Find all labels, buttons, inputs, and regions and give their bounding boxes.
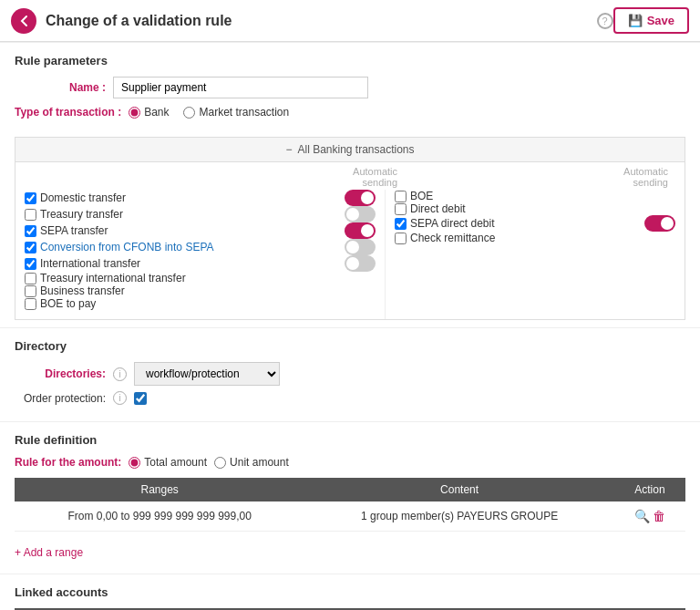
directory-section: Directory Directories: i workflow/protec… [0, 328, 700, 421]
add-range-link[interactable]: + Add a range [15, 546, 83, 559]
business-transfer-checkbox[interactable] [25, 285, 36, 297]
treasury-transfer-label: Treasury transfer [40, 208, 123, 221]
unit-amount-radio[interactable] [214, 457, 226, 469]
boe-label: BOE [410, 190, 433, 202]
directory-title: Directory [15, 339, 685, 353]
save-icon: 💾 [628, 14, 643, 27]
domestic-transfer-toggle[interactable] [345, 190, 376, 206]
linked-accounts-section: Linked accounts Owner Accounts Action 🔍 [0, 574, 700, 610]
ranges-col-header: Ranges [15, 478, 304, 501]
page-title: Change of a validation rule [46, 13, 590, 29]
content-cell: 1 group member(s) PAYEURS GROUPE [304, 501, 614, 532]
banking-inner: Domestic transfer Treasury transfer [15, 190, 685, 319]
direct-debit-label: Direct debit [410, 202, 466, 215]
sepa-transfer-toggle[interactable] [345, 222, 376, 239]
treasury-transfer-toggle[interactable] [345, 206, 376, 222]
total-amount-radio[interactable] [129, 457, 140, 469]
help-icon[interactable]: ? [597, 13, 613, 29]
transaction-type-radio-group: Bank Market transaction [129, 106, 289, 119]
treasury-intl-label: Treasury international transfer [40, 272, 186, 284]
order-protection-checkbox[interactable] [134, 392, 147, 405]
boe-to-pay-checkbox[interactable] [25, 298, 36, 310]
sepa-direct-debit-toggle[interactable] [644, 215, 675, 232]
table-row: From 0,00 to 999 999 999 999 999,00 1 gr… [15, 501, 685, 532]
domestic-transfer-checkbox[interactable] [25, 192, 36, 204]
transaction-row: Treasury transfer [25, 206, 376, 222]
rule-definition-title: Rule definition [15, 433, 685, 447]
transaction-type-row: Type of transaction : Bank Market transa… [15, 106, 685, 119]
order-protection-info-icon[interactable]: i [113, 391, 127, 405]
directory-select[interactable]: workflow/protection [134, 362, 280, 386]
check-remittance-label: Check remittance [410, 232, 495, 244]
market-transaction-radio-label: Market transaction [199, 106, 289, 119]
intl-transfer-checkbox[interactable] [25, 258, 36, 270]
collapse-icon[interactable]: − [285, 143, 292, 156]
rule-parameters-title: Rule parameters [15, 54, 685, 67]
transaction-row: Direct debit [395, 202, 675, 215]
cfonb-toggle[interactable] [345, 239, 376, 255]
rule-amount-row: Rule for the amount: Total amount Unit a… [15, 456, 685, 469]
rule-amount-label: Rule for the amount: [15, 456, 121, 469]
market-transaction-radio[interactable] [183, 107, 195, 119]
transaction-row: Business transfer [25, 284, 376, 297]
order-protection-row: Order protection: i [15, 391, 685, 405]
transaction-row: BOE to pay [25, 297, 376, 310]
check-remittance-checkbox[interactable] [395, 233, 407, 244]
save-button[interactable]: 💾 Save [613, 7, 689, 34]
transaction-row: Domestic transfer [25, 190, 376, 206]
intl-transfer-toggle[interactable] [345, 255, 376, 272]
back-icon [17, 15, 30, 27]
domestic-transfer-label: Domestic transfer [40, 191, 126, 204]
market-transaction-radio-item[interactable]: Market transaction [183, 106, 289, 119]
directories-info-icon[interactable]: i [113, 367, 127, 381]
transaction-type-label: Type of transaction : [15, 106, 121, 119]
banking-transactions-panel: − All Banking transactions Automatic sen… [15, 137, 685, 320]
bank-radio-label: Bank [144, 106, 169, 119]
transaction-row: SEPA transfer [25, 222, 376, 239]
directories-label: Directories: [15, 367, 106, 380]
auto-sending-label-right: Automatic sending [623, 166, 675, 188]
transaction-row: SEPA direct debit [395, 215, 675, 232]
bank-radio[interactable] [129, 107, 140, 119]
ranges-table: Ranges Content Action From 0,00 to 999 9… [15, 478, 685, 532]
right-transactions: BOE Direct debit SEPA direct debit [386, 190, 685, 319]
transaction-row: International transfer [25, 255, 376, 272]
banking-panel-title: All Banking transactions [297, 143, 414, 156]
name-input[interactable] [113, 77, 368, 98]
sepa-transfer-label: SEPA transfer [40, 224, 108, 237]
name-row: Name : [15, 77, 685, 98]
back-button[interactable] [11, 8, 36, 34]
range-search-button[interactable]: 🔍 [634, 509, 650, 523]
linked-accounts-title: Linked accounts [15, 585, 685, 599]
treasury-intl-checkbox[interactable] [25, 273, 36, 284]
unit-amount-radio-item[interactable]: Unit amount [214, 456, 289, 469]
transaction-row: Check remittance [395, 232, 675, 244]
left-transactions: Domestic transfer Treasury transfer [15, 190, 386, 319]
directories-row: Directories: i workflow/protection [15, 362, 685, 386]
cfonb-checkbox[interactable] [25, 242, 36, 253]
treasury-transfer-checkbox[interactable] [25, 209, 36, 221]
cfonb-label: Conversion from CFONB into SEPA [40, 241, 214, 253]
range-cell: From 0,00 to 999 999 999 999 999,00 [15, 501, 304, 532]
transaction-row: BOE [395, 190, 675, 202]
rule-parameters-section: Rule parameters Name : Type of transacti… [0, 43, 700, 137]
sepa-transfer-checkbox[interactable] [25, 225, 36, 237]
boe-checkbox[interactable] [395, 191, 407, 202]
direct-debit-checkbox[interactable] [395, 203, 407, 215]
sepa-direct-debit-checkbox[interactable] [395, 218, 407, 230]
total-amount-label: Total amount [144, 456, 207, 469]
intl-transfer-label: International transfer [40, 257, 140, 270]
auto-sending-label-left: Automatic sending [353, 166, 405, 188]
name-label: Name : [15, 81, 106, 94]
bank-radio-item[interactable]: Bank [129, 106, 169, 119]
business-transfer-label: Business transfer [40, 284, 125, 297]
range-delete-button[interactable]: 🗑 [653, 509, 665, 523]
order-protection-label: Order protection: [15, 392, 106, 405]
transaction-row: Conversion from CFONB into SEPA [25, 239, 376, 255]
action-col-header: Action [614, 478, 685, 501]
table-header-row: Ranges Content Action [15, 478, 685, 501]
content-col-header: Content [304, 478, 614, 501]
boe-to-pay-label: BOE to pay [40, 297, 96, 310]
total-amount-radio-item[interactable]: Total amount [129, 456, 207, 469]
sepa-direct-debit-label: SEPA direct debit [410, 217, 495, 230]
